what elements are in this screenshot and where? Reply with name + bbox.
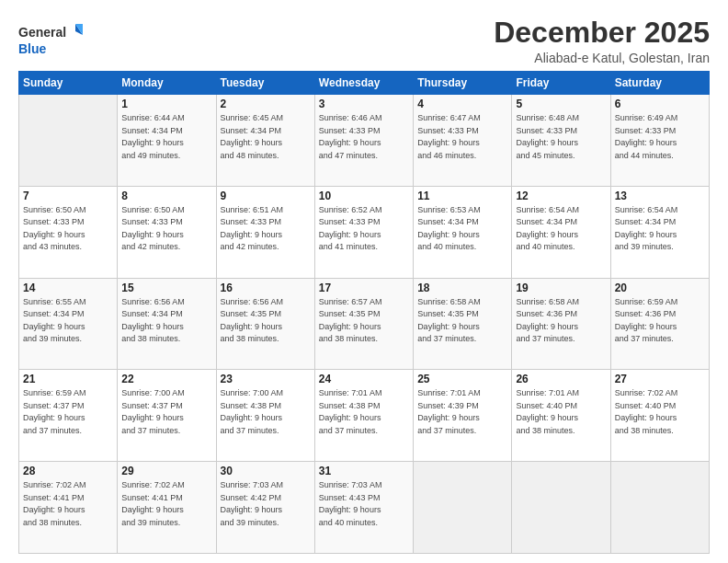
day-info: Sunrise: 6:53 AMSunset: 4:34 PMDaylight:… [417,204,507,254]
column-header-wednesday: Wednesday [314,72,413,95]
calendar-cell [19,95,118,187]
day-info: Sunrise: 7:01 AMSunset: 4:40 PMDaylight:… [516,387,606,437]
day-info: Sunrise: 6:47 AMSunset: 4:33 PMDaylight:… [417,112,507,162]
day-number: 18 [417,282,507,294]
calendar-table: SundayMondayTuesdayWednesdayThursdayFrid… [18,71,710,554]
calendar-week-1: 1Sunrise: 6:44 AMSunset: 4:34 PMDaylight… [19,95,710,187]
day-info: Sunrise: 6:50 AMSunset: 4:33 PMDaylight:… [121,204,211,254]
day-number: 14 [23,282,113,294]
day-info: Sunrise: 6:58 AMSunset: 4:36 PMDaylight:… [516,296,606,346]
day-info: Sunrise: 6:46 AMSunset: 4:33 PMDaylight:… [319,112,409,162]
day-number: 22 [121,373,211,385]
calendar-cell: 28Sunrise: 7:02 AMSunset: 4:41 PMDayligh… [19,462,118,554]
calendar-cell: 4Sunrise: 6:47 AMSunset: 4:33 PMDaylight… [414,95,512,187]
logo: General Blue [18,20,83,61]
day-number: 27 [615,373,705,385]
day-number: 31 [319,465,409,477]
logo-svg: General Blue [18,20,83,61]
day-info: Sunrise: 7:02 AMSunset: 4:40 PMDaylight:… [615,387,705,437]
day-info: Sunrise: 6:54 AMSunset: 4:34 PMDaylight:… [516,204,606,254]
svg-text:Blue: Blue [18,41,47,56]
calendar-cell: 15Sunrise: 6:56 AMSunset: 4:34 PMDayligh… [118,278,216,370]
day-info: Sunrise: 7:00 AMSunset: 4:37 PMDaylight:… [121,387,211,437]
day-number: 8 [121,190,211,202]
month-title: December 2025 [494,17,710,49]
day-info: Sunrise: 6:52 AMSunset: 4:33 PMDaylight:… [319,204,409,254]
day-info: Sunrise: 7:01 AMSunset: 4:38 PMDaylight:… [319,387,409,437]
calendar-cell: 10Sunrise: 6:52 AMSunset: 4:33 PMDayligh… [314,186,413,278]
column-header-saturday: Saturday [610,72,709,95]
day-number: 4 [417,98,507,110]
day-info: Sunrise: 6:49 AMSunset: 4:33 PMDaylight:… [615,112,705,162]
day-number: 13 [615,190,705,202]
day-number: 24 [319,373,409,385]
day-info: Sunrise: 6:56 AMSunset: 4:35 PMDaylight:… [221,296,311,346]
header: General Blue December 2025 Aliabad-e Kat… [18,17,710,65]
column-header-sunday: Sunday [19,72,118,95]
day-number: 6 [615,98,705,110]
location: Aliabad-e Katul, Golestan, Iran [494,51,710,65]
calendar-cell: 25Sunrise: 7:01 AMSunset: 4:39 PMDayligh… [414,370,512,462]
column-header-monday: Monday [118,72,216,95]
day-number: 29 [121,465,211,477]
calendar-cell: 26Sunrise: 7:01 AMSunset: 4:40 PMDayligh… [512,370,610,462]
calendar-cell: 20Sunrise: 6:59 AMSunset: 4:36 PMDayligh… [610,278,709,370]
day-number: 1 [121,98,211,110]
calendar-cell: 8Sunrise: 6:50 AMSunset: 4:33 PMDaylight… [118,186,216,278]
day-info: Sunrise: 6:59 AMSunset: 4:37 PMDaylight:… [23,387,113,437]
day-number: 19 [516,282,606,294]
day-info: Sunrise: 6:44 AMSunset: 4:34 PMDaylight:… [121,112,211,162]
day-info: Sunrise: 7:01 AMSunset: 4:39 PMDaylight:… [417,387,507,437]
day-info: Sunrise: 7:03 AMSunset: 4:42 PMDaylight:… [221,479,311,529]
day-number: 26 [516,373,606,385]
calendar-cell: 14Sunrise: 6:55 AMSunset: 4:34 PMDayligh… [19,278,118,370]
day-number: 5 [516,98,606,110]
day-number: 20 [615,282,705,294]
calendar-cell [512,462,610,554]
day-number: 3 [319,98,409,110]
calendar-cell: 9Sunrise: 6:51 AMSunset: 4:33 PMDaylight… [216,186,314,278]
calendar-week-5: 28Sunrise: 7:02 AMSunset: 4:41 PMDayligh… [19,462,710,554]
calendar-cell: 23Sunrise: 7:00 AMSunset: 4:38 PMDayligh… [216,370,314,462]
page: General Blue December 2025 Aliabad-e Kat… [0,0,728,563]
day-number: 15 [121,282,211,294]
day-info: Sunrise: 6:55 AMSunset: 4:34 PMDaylight:… [23,296,113,346]
day-number: 30 [221,465,311,477]
calendar-cell [414,462,512,554]
day-info: Sunrise: 6:51 AMSunset: 4:33 PMDaylight:… [221,204,311,254]
column-header-thursday: Thursday [414,72,512,95]
day-info: Sunrise: 6:59 AMSunset: 4:36 PMDaylight:… [615,296,705,346]
svg-text:General: General [18,25,66,40]
day-number: 23 [221,373,311,385]
day-info: Sunrise: 6:58 AMSunset: 4:35 PMDaylight:… [417,296,507,346]
calendar-cell: 30Sunrise: 7:03 AMSunset: 4:42 PMDayligh… [216,462,314,554]
day-number: 21 [23,373,113,385]
calendar-cell: 31Sunrise: 7:03 AMSunset: 4:43 PMDayligh… [314,462,413,554]
calendar-cell [610,462,709,554]
day-number: 17 [319,282,409,294]
calendar-cell: 1Sunrise: 6:44 AMSunset: 4:34 PMDaylight… [118,95,216,187]
calendar-cell: 18Sunrise: 6:58 AMSunset: 4:35 PMDayligh… [414,278,512,370]
calendar-cell: 11Sunrise: 6:53 AMSunset: 4:34 PMDayligh… [414,186,512,278]
day-info: Sunrise: 7:02 AMSunset: 4:41 PMDaylight:… [23,479,113,529]
day-info: Sunrise: 7:03 AMSunset: 4:43 PMDaylight:… [319,479,409,529]
calendar-cell: 2Sunrise: 6:45 AMSunset: 4:34 PMDaylight… [216,95,314,187]
title-section: December 2025 Aliabad-e Katul, Golestan,… [494,17,710,65]
calendar-cell: 12Sunrise: 6:54 AMSunset: 4:34 PMDayligh… [512,186,610,278]
day-number: 28 [23,465,113,477]
day-info: Sunrise: 6:57 AMSunset: 4:35 PMDaylight:… [319,296,409,346]
calendar-cell: 6Sunrise: 6:49 AMSunset: 4:33 PMDaylight… [610,95,709,187]
day-number: 16 [221,282,311,294]
day-number: 7 [23,190,113,202]
day-number: 10 [319,190,409,202]
calendar-cell: 3Sunrise: 6:46 AMSunset: 4:33 PMDaylight… [314,95,413,187]
calendar-cell: 29Sunrise: 7:02 AMSunset: 4:41 PMDayligh… [118,462,216,554]
calendar-cell: 21Sunrise: 6:59 AMSunset: 4:37 PMDayligh… [19,370,118,462]
calendar-cell: 7Sunrise: 6:50 AMSunset: 4:33 PMDaylight… [19,186,118,278]
calendar-cell: 27Sunrise: 7:02 AMSunset: 4:40 PMDayligh… [610,370,709,462]
day-number: 9 [221,190,311,202]
day-info: Sunrise: 7:00 AMSunset: 4:38 PMDaylight:… [221,387,311,437]
day-number: 2 [221,98,311,110]
calendar-week-2: 7Sunrise: 6:50 AMSunset: 4:33 PMDaylight… [19,186,710,278]
day-info: Sunrise: 6:54 AMSunset: 4:34 PMDaylight:… [615,204,705,254]
